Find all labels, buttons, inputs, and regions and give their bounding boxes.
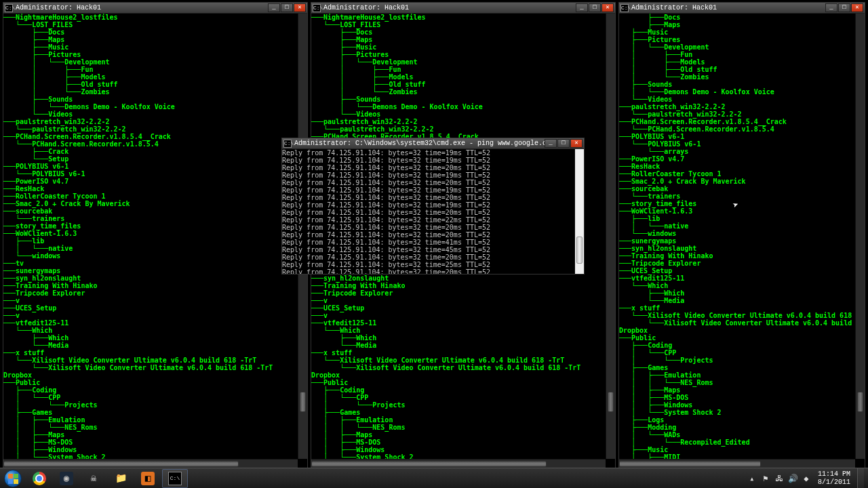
minimize-button[interactable]: _ [268, 3, 280, 12]
taskbar[interactable]: ◉ ☠ 📁 ◧ C:\ ▴ ⚑ 🖧 🔊 ◆ 11:14 PM 8/1/2011 [0, 468, 868, 488]
scrollbar-h-right[interactable] [619, 459, 855, 468]
system-tray[interactable]: ▴ ⚑ 🖧 🔊 ◆ 11:14 PM 8/1/2011 [747, 468, 868, 489]
taskbar-steam[interactable]: ◉ [54, 469, 79, 488]
titlebar-middle[interactable]: C:\ Administrator: Hack01 _ □ ✕ [311, 3, 615, 14]
console-left[interactable]: C:\ Administrator: Hack01 _ □ ✕ ───Night… [3, 2, 308, 469]
tray-up-icon[interactable]: ▴ [747, 474, 757, 483]
title-right: Administrator: Hack01 [631, 4, 825, 12]
scrollbar-h-middle[interactable] [311, 459, 606, 468]
minimize-button[interactable]: _ [545, 139, 557, 148]
scrollbar-h-left[interactable] [3, 459, 298, 468]
taskbar-cmd[interactable]: C:\ [162, 469, 188, 488]
titlebar-right[interactable]: C:\ Administrator: Hack01 _ □ ✕ [619, 3, 865, 14]
cmd-icon: C:\ [168, 472, 182, 485]
action-center-icon[interactable]: ⚑ [761, 474, 770, 483]
app-icon: ◧ [141, 472, 155, 485]
scrollbar-v-right[interactable] [855, 14, 865, 459]
minimize-button[interactable]: _ [825, 3, 837, 12]
close-button[interactable]: ✕ [851, 3, 863, 12]
console-body-ping[interactable]: Reply from 74.125.91.104: bytes=32 time=… [282, 149, 584, 274]
taskbar-chrome[interactable] [26, 469, 52, 488]
title-middle: Administrator: Hack01 [323, 4, 576, 12]
minimize-button[interactable]: _ [576, 3, 588, 12]
cmd-icon: C:\ [5, 4, 13, 12]
scrollbar-v-ping[interactable] [574, 149, 584, 274]
console-body-left[interactable]: ───NightmareHouse2_lostfiles └───LOST_FI… [3, 14, 307, 468]
chrome-icon [33, 472, 46, 485]
network-icon[interactable]: 🖧 [774, 474, 784, 483]
maximize-button[interactable]: □ [589, 3, 601, 12]
skull-icon: ☠ [87, 472, 100, 485]
scrollbar-v-middle[interactable] [606, 14, 615, 459]
show-desktop-button[interactable] [857, 468, 864, 489]
taskbar-app-orange[interactable]: ◧ [135, 469, 161, 488]
clock-time: 11:14 PM [818, 470, 850, 479]
titlebar-ping[interactable]: C:\ Administrator: C:\Windows\system32\c… [282, 138, 584, 149]
cmd-icon: C:\ [283, 140, 292, 148]
console-right[interactable]: C:\ Administrator: Hack01 _ □ ✕ ├───Docs… [618, 2, 865, 469]
maximize-button[interactable]: □ [557, 139, 570, 148]
console-ping[interactable]: C:\ Administrator: C:\Windows\system32\c… [281, 138, 585, 274]
close-button[interactable]: ✕ [294, 3, 306, 12]
start-button[interactable] [0, 468, 26, 489]
clock-date: 8/1/2011 [818, 479, 850, 487]
title-ping: Administrator: C:\Windows\system32\cmd.e… [294, 140, 545, 147]
tray-app-icon[interactable]: ◆ [802, 474, 811, 483]
maximize-button[interactable]: □ [838, 3, 850, 12]
close-button[interactable]: ✕ [570, 139, 583, 148]
close-button[interactable]: ✕ [601, 3, 614, 12]
volume-icon[interactable]: 🔊 [788, 474, 797, 483]
taskbar-clock[interactable]: 11:14 PM 8/1/2011 [815, 470, 853, 487]
taskbar-app-skull[interactable]: ☠ [81, 469, 106, 488]
console-body-right[interactable]: ├───Docs ├───Maps ├───Music ├───Pictures… [619, 14, 865, 468]
cmd-icon: C:\ [313, 4, 321, 12]
title-left: Administrator: Hack01 [16, 4, 268, 12]
folder-icon: 📁 [114, 472, 127, 485]
steam-icon: ◉ [60, 472, 73, 485]
maximize-button[interactable]: □ [281, 3, 293, 12]
taskbar-explorer[interactable]: 📁 [108, 469, 134, 488]
cmd-icon: C:\ [620, 4, 629, 12]
titlebar-left[interactable]: C:\ Administrator: Hack01 _ □ ✕ [3, 3, 307, 14]
